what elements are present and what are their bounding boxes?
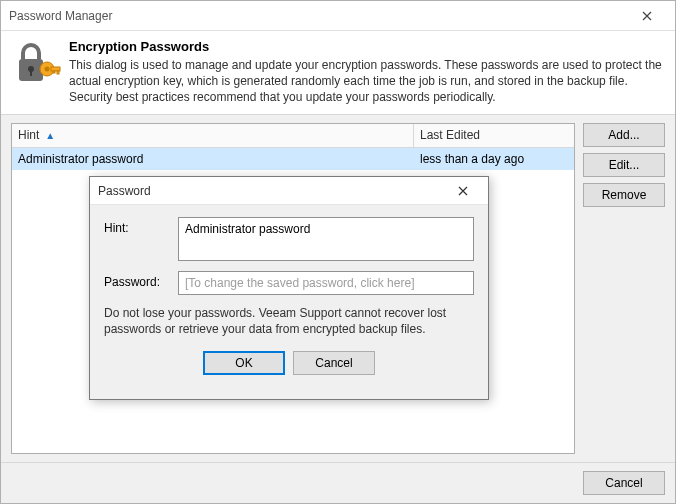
- window-cancel-button[interactable]: Cancel: [583, 471, 665, 495]
- svg-rect-2: [30, 70, 32, 76]
- add-button[interactable]: Add...: [583, 123, 665, 147]
- column-header-hint[interactable]: Hint ▲: [12, 124, 414, 148]
- cell-hint: Administrator password: [12, 152, 414, 166]
- svg-rect-7: [53, 71, 55, 73]
- password-dialog: Password Hint: Password: [To change the …: [89, 176, 489, 400]
- password-input[interactable]: [To change the saved password, click her…: [178, 271, 474, 295]
- window-footer: Cancel: [1, 462, 675, 503]
- dialog-ok-button[interactable]: OK: [203, 351, 285, 375]
- window-titlebar[interactable]: Password Manager: [1, 1, 675, 31]
- svg-rect-5: [51, 67, 60, 71]
- dialog-cancel-button[interactable]: Cancel: [293, 351, 375, 375]
- dialog-close-button[interactable]: [446, 178, 480, 204]
- window-close-button[interactable]: [627, 2, 667, 30]
- svg-rect-6: [57, 71, 59, 74]
- dialog-titlebar[interactable]: Password: [90, 177, 488, 205]
- remove-button[interactable]: Remove: [583, 183, 665, 207]
- header-description: This dialog is used to manage and update…: [69, 57, 663, 106]
- column-header-last-edited[interactable]: Last Edited: [414, 124, 574, 148]
- password-warning-text: Do not lose your passwords. Veeam Suppor…: [104, 305, 474, 337]
- edit-button[interactable]: Edit...: [583, 153, 665, 177]
- hint-label: Hint:: [104, 217, 178, 235]
- dialog-title: Password: [98, 184, 151, 198]
- window-title: Password Manager: [9, 9, 112, 23]
- password-manager-window: Password Manager Encryption Passwords Th…: [0, 0, 676, 504]
- svg-point-4: [45, 67, 50, 72]
- close-icon: [458, 186, 468, 196]
- lock-key-icon: [13, 39, 61, 87]
- table-header-row: Hint ▲ Last Edited: [12, 124, 574, 148]
- header-title: Encryption Passwords: [69, 39, 663, 54]
- sort-ascending-icon: ▲: [45, 130, 55, 141]
- close-icon: [642, 11, 652, 21]
- header-panel: Encryption Passwords This dialog is used…: [1, 31, 675, 115]
- hint-input[interactable]: [178, 217, 474, 261]
- cell-last-edited: less than a day ago: [414, 152, 574, 166]
- password-placeholder: [To change the saved password, click her…: [185, 276, 414, 290]
- table-row[interactable]: Administrator password less than a day a…: [12, 148, 574, 170]
- password-label: Password:: [104, 271, 178, 289]
